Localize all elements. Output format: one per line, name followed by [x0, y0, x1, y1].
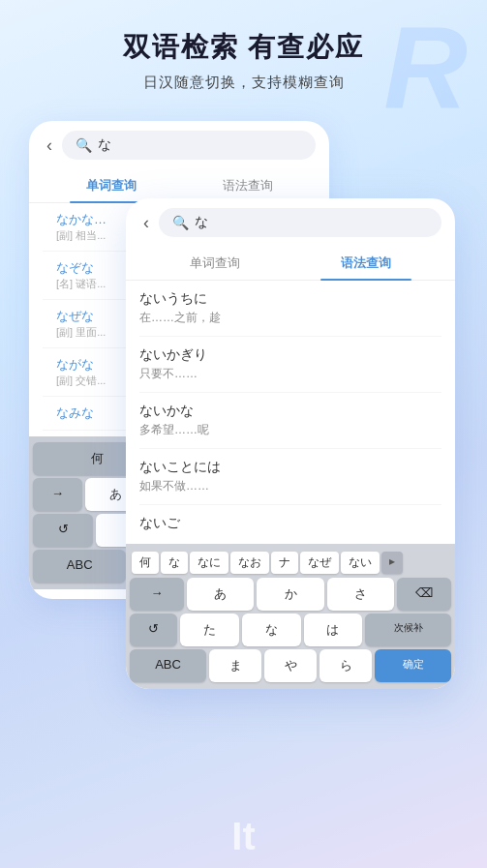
front-tabs-row: 单词查询 语法查询 — [126, 247, 455, 281]
search-icon-front: 🔍 — [172, 215, 189, 230]
list-item: ないかな 多希望……呢 — [139, 393, 441, 449]
suggestion-na[interactable]: な — [161, 552, 188, 574]
front-search-input-area[interactable]: 🔍 な — [159, 208, 441, 237]
front-chinese-2: 只要不…… — [139, 366, 441, 382]
key-ha-front[interactable]: は — [304, 614, 363, 646]
page-title: 双语检索 有查必应 — [19, 29, 468, 66]
front-phone-card: ‹ 🔍 な 单词查询 语法查询 ないうちに 在……之前，趁 ないかぎり 只要不…… — [126, 198, 455, 689]
list-item: ないうちに 在……之前，趁 — [139, 281, 441, 337]
suggestion-nai[interactable]: ない — [341, 552, 380, 574]
delete-key-front[interactable]: ⌫ — [397, 578, 451, 611]
back-tab-vocab[interactable]: 单词查询 — [43, 169, 179, 202]
back-search-bar: ‹ 🔍 な — [29, 121, 329, 169]
suggestion-naze[interactable]: なぜ — [300, 552, 339, 574]
cards-container: ‹ 🔍 な 单词查询 语法查询 なかな… [副] 相当... なぞな [名] 谜… — [0, 121, 487, 760]
key-abc-front[interactable]: ABC — [130, 649, 206, 682]
header-area: 双语检索 有查必应 日汉随意切换，支持模糊查询 — [0, 0, 487, 111]
list-item: ないかぎり 只要不…… — [139, 337, 441, 393]
front-japanese-3: ないかな — [139, 403, 441, 420]
front-japanese-1: ないうちに — [139, 290, 441, 308]
key-next-candidate[interactable]: 次候补 — [365, 614, 451, 646]
front-result-list: ないうちに 在……之前，趁 ないかぎり 只要不…… ないかな 多希望……呢 ない… — [126, 281, 455, 544]
front-search-text: な — [195, 214, 208, 231]
back-button-back-card[interactable]: ‹ — [43, 132, 56, 160]
front-chinese-3: 多希望……呢 — [139, 422, 441, 438]
back-tab-grammar[interactable]: 语法查询 — [179, 169, 316, 202]
key-a-front[interactable]: あ — [187, 578, 254, 611]
key-confirm[interactable]: 确定 — [375, 649, 451, 682]
back-search-input-area[interactable]: 🔍 な — [62, 131, 316, 160]
back-search-text: な — [98, 136, 111, 154]
suggestion-Na[interactable]: ナ — [271, 552, 298, 574]
key-arrow-front[interactable]: → — [130, 578, 184, 611]
front-japanese-5: ないご — [139, 515, 441, 532]
key-abc[interactable]: ABC — [33, 550, 126, 583]
keyboard-row-1: → あ か さ ⌫ — [130, 578, 451, 611]
list-item: ないことには 如果不做…… — [139, 449, 441, 505]
suggestion-nani[interactable]: 何 — [132, 552, 159, 574]
suggestion-nani2[interactable]: なに — [190, 552, 228, 574]
front-japanese-2: ないかぎり — [139, 346, 441, 364]
key-ka-front[interactable]: か — [257, 578, 323, 611]
key-ta-front[interactable]: た — [180, 614, 239, 646]
front-search-bar: ‹ 🔍 な — [126, 198, 455, 247]
bottom-it-text: It — [231, 815, 255, 858]
key-back-front[interactable]: ↺ — [130, 614, 177, 646]
keyboard-row-3: ABC ま や ら 确定 — [130, 649, 451, 682]
suggestion-more[interactable]: ▸ — [381, 552, 403, 574]
key-ma-front[interactable]: ま — [209, 649, 261, 682]
back-button-front-card[interactable]: ‹ — [139, 209, 153, 237]
front-japanese-4: ないことには — [139, 459, 441, 476]
key-ra-front[interactable]: ら — [320, 649, 372, 682]
front-tab-grammar[interactable]: 语法查询 — [290, 247, 441, 280]
suggestion-nao[interactable]: なお — [230, 552, 269, 574]
page-subtitle: 日汉随意切换，支持模糊查询 — [19, 74, 468, 92]
list-item: ないご — [139, 505, 441, 544]
front-chinese-1: 在……之前，趁 — [139, 310, 441, 326]
search-icon: 🔍 — [76, 137, 92, 153]
front-chinese-4: 如果不做…… — [139, 478, 441, 494]
key-back[interactable]: ↺ — [33, 514, 93, 547]
key-arrow[interactable]: → — [33, 478, 82, 511]
key-na-front[interactable]: な — [242, 614, 301, 646]
keyboard-area: 何 な なに なお ナ なぜ ない ▸ → あ か さ ⌫ ↺ た な — [126, 544, 455, 689]
keyboard-suggestions: 何 な なに なお ナ なぜ ない ▸ — [130, 548, 451, 578]
key-ya-front[interactable]: や — [264, 649, 317, 682]
front-tab-vocab[interactable]: 单词查询 — [139, 247, 290, 280]
keyboard-row-2: ↺ た な は 次候补 — [130, 614, 451, 646]
key-sa-front[interactable]: さ — [327, 578, 394, 611]
